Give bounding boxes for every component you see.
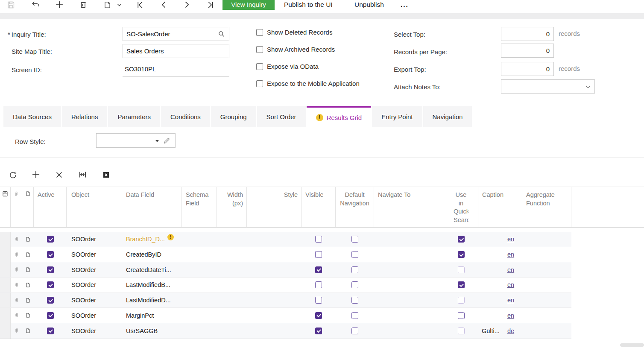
column-header-active[interactable]: Active bbox=[34, 187, 67, 227]
records-per-page-input[interactable] bbox=[501, 44, 554, 58]
schema-field-cell[interactable] bbox=[182, 323, 217, 339]
data-field-cell[interactable]: UsrSAGGB bbox=[122, 323, 182, 339]
document-cell[interactable] bbox=[22, 278, 34, 292]
visible-checkbox[interactable] bbox=[315, 236, 322, 243]
tab-relations[interactable]: Relations bbox=[62, 106, 108, 127]
style-cell[interactable] bbox=[247, 323, 302, 339]
aggregate-function-cell[interactable] bbox=[522, 323, 571, 339]
style-cell[interactable] bbox=[247, 278, 302, 292]
paperclip-cell[interactable] bbox=[11, 247, 22, 262]
style-cell[interactable] bbox=[247, 262, 302, 277]
object-cell[interactable]: SOOrder bbox=[67, 278, 122, 292]
select-top-input[interactable] bbox=[501, 27, 554, 41]
tab-parameters[interactable]: Parameters bbox=[108, 106, 160, 127]
object-cell[interactable]: SOOrder bbox=[67, 293, 122, 308]
column-header-object[interactable]: Object bbox=[67, 187, 122, 227]
show-deleted-records-checkbox[interactable]: Show Deleted Records bbox=[256, 29, 332, 36]
dropdown-arrow-icon[interactable] bbox=[155, 140, 159, 142]
data-field-cell[interactable]: BranchID_D...! bbox=[122, 232, 182, 247]
inquiry-title-input[interactable] bbox=[123, 27, 229, 41]
search-icon[interactable] bbox=[218, 30, 225, 39]
attach-notes-to-select[interactable] bbox=[501, 79, 595, 94]
expose-via-odata-checkbox[interactable]: Expose via OData bbox=[256, 63, 319, 70]
caption-cell[interactable]: en bbox=[478, 278, 522, 292]
delete-row-icon[interactable] bbox=[53, 169, 64, 180]
default-navigation-checkbox[interactable] bbox=[351, 328, 358, 334]
aggregate-function-cell[interactable] bbox=[522, 262, 571, 277]
delete-record-icon[interactable] bbox=[78, 0, 89, 10]
default-navigation-checkbox[interactable] bbox=[351, 251, 358, 258]
caption-language-link[interactable]: en bbox=[507, 236, 514, 243]
document-cell[interactable] bbox=[22, 247, 34, 262]
tab-entry-point[interactable]: Entry Point bbox=[372, 106, 422, 127]
column-header-visible[interactable]: Visible bbox=[302, 187, 336, 227]
site-map-title-input[interactable] bbox=[123, 44, 229, 58]
caption-language-link[interactable]: en bbox=[507, 281, 514, 288]
caption-cell[interactable]: Gülti...de bbox=[478, 323, 522, 339]
row-style-combo[interactable] bbox=[96, 133, 176, 148]
publish-to-ui-button[interactable]: Publish to the UI bbox=[284, 0, 333, 10]
quick-search-checkbox[interactable] bbox=[458, 236, 465, 243]
view-inquiry-button[interactable]: View Inquiry bbox=[222, 0, 275, 10]
data-field-cell[interactable]: LastModifiedB... bbox=[122, 278, 182, 292]
navigate-to-cell[interactable] bbox=[374, 262, 444, 277]
width-cell[interactable] bbox=[217, 323, 247, 339]
tab-navigation[interactable]: Navigation bbox=[423, 106, 472, 127]
width-cell[interactable] bbox=[217, 293, 247, 308]
save-icon[interactable] bbox=[5, 0, 16, 10]
horizontal-scrollbar[interactable] bbox=[620, 343, 644, 347]
navigate-to-cell[interactable] bbox=[374, 278, 444, 292]
active-checkbox[interactable] bbox=[47, 328, 54, 334]
previous-record-icon[interactable] bbox=[158, 0, 170, 10]
style-cell[interactable] bbox=[247, 293, 302, 308]
column-header-schema-field[interactable]: Schema Field bbox=[182, 187, 217, 227]
next-record-icon[interactable] bbox=[181, 0, 192, 10]
tab-grouping[interactable]: Grouping bbox=[211, 106, 256, 127]
style-cell[interactable] bbox=[247, 247, 302, 262]
visible-checkbox[interactable] bbox=[315, 312, 322, 319]
fit-to-screen-icon[interactable] bbox=[77, 169, 88, 180]
width-cell[interactable] bbox=[217, 232, 247, 247]
navigate-to-cell[interactable] bbox=[374, 323, 444, 339]
document-column-icon[interactable] bbox=[22, 187, 34, 227]
width-cell[interactable] bbox=[217, 262, 247, 277]
column-header-use-in-quick-search[interactable]: Use in Quick Search bbox=[444, 187, 478, 227]
row-indicator[interactable] bbox=[0, 232, 11, 247]
grid-row[interactable]: SOOrderMarginPcten bbox=[0, 308, 571, 323]
paperclip-cell[interactable] bbox=[11, 262, 22, 277]
document-cell[interactable] bbox=[22, 232, 34, 247]
width-cell[interactable] bbox=[217, 247, 247, 262]
grid-row[interactable]: SOOrderUsrSAGGBGülti...de bbox=[0, 323, 571, 339]
document-cell[interactable] bbox=[22, 308, 34, 323]
tab-conditions[interactable]: Conditions bbox=[161, 106, 210, 127]
unpublish-button[interactable]: Unpublish bbox=[354, 0, 384, 10]
more-options-button[interactable]: ... bbox=[401, 0, 409, 10]
document-cell[interactable] bbox=[22, 293, 34, 308]
object-cell[interactable]: SOOrder bbox=[67, 308, 122, 323]
caption-language-link[interactable]: en bbox=[507, 251, 514, 258]
quick-search-checkbox[interactable] bbox=[458, 251, 465, 258]
row-indicator[interactable] bbox=[0, 262, 11, 277]
visible-checkbox[interactable] bbox=[315, 281, 322, 288]
default-navigation-checkbox[interactable] bbox=[351, 266, 358, 273]
active-checkbox[interactable] bbox=[47, 312, 54, 319]
column-header-data-field[interactable]: Data Field bbox=[122, 187, 182, 227]
active-checkbox[interactable] bbox=[47, 297, 54, 304]
aggregate-function-cell[interactable] bbox=[522, 293, 571, 308]
tab-sort-order[interactable]: Sort Order bbox=[257, 106, 306, 127]
data-field-cell[interactable]: LastModifiedD... bbox=[122, 293, 182, 308]
width-cell[interactable] bbox=[217, 278, 247, 292]
active-checkbox[interactable] bbox=[47, 266, 54, 273]
column-header-caption[interactable]: Caption bbox=[478, 187, 522, 227]
row-indicator[interactable] bbox=[0, 308, 11, 323]
checkbox-box[interactable] bbox=[256, 80, 263, 87]
navigate-to-cell[interactable] bbox=[374, 308, 444, 323]
paperclip-cell[interactable] bbox=[11, 323, 22, 339]
data-field-cell[interactable]: MarginPct bbox=[122, 308, 182, 323]
active-checkbox[interactable] bbox=[47, 251, 54, 258]
checkbox-box[interactable] bbox=[256, 29, 263, 36]
visible-checkbox[interactable] bbox=[315, 297, 322, 304]
schema-field-cell[interactable] bbox=[182, 232, 217, 247]
navigate-to-cell[interactable] bbox=[374, 232, 444, 247]
caption-language-link[interactable]: en bbox=[507, 312, 514, 319]
